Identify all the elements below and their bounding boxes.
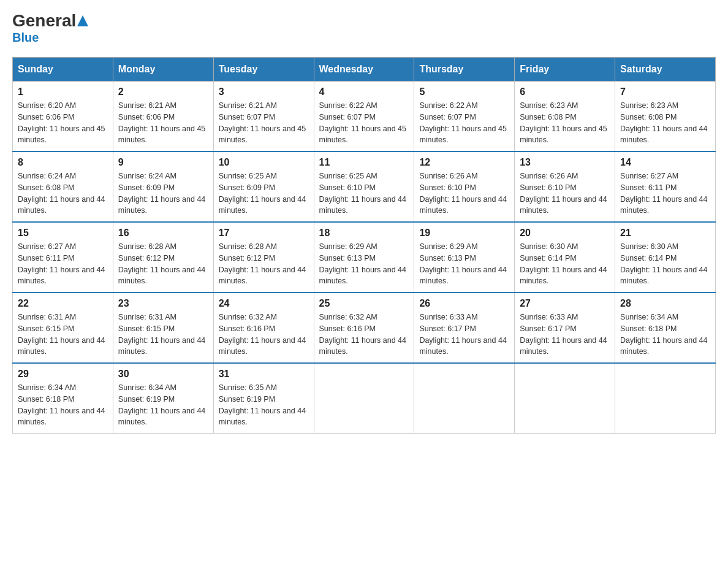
header-sunday: Sunday (13, 58, 113, 82)
calendar-cell: 20 Sunrise: 6:30 AMSunset: 6:14 PMDaylig… (515, 222, 615, 293)
day-info: Sunrise: 6:26 AMSunset: 6:10 PMDaylight:… (520, 170, 610, 216)
day-number: 20 (520, 228, 610, 239)
week-row-1: 8 Sunrise: 6:24 AMSunset: 6:08 PMDayligh… (13, 151, 716, 222)
header-friday: Friday (515, 58, 615, 82)
calendar-cell: 12 Sunrise: 6:26 AMSunset: 6:10 PMDaylig… (414, 151, 515, 222)
day-number: 22 (18, 298, 108, 309)
day-info: Sunrise: 6:34 AMSunset: 6:18 PMDaylight:… (18, 382, 108, 428)
day-number: 4 (319, 86, 409, 98)
day-info: Sunrise: 6:23 AMSunset: 6:08 PMDaylight:… (520, 100, 610, 146)
day-number: 24 (219, 298, 309, 309)
day-info: Sunrise: 6:24 AMSunset: 6:09 PMDaylight:… (118, 170, 208, 216)
calendar-cell: 21 Sunrise: 6:30 AMSunset: 6:14 PMDaylig… (615, 222, 716, 293)
day-info: Sunrise: 6:27 AMSunset: 6:11 PMDaylight:… (620, 170, 710, 216)
calendar-cell: 31 Sunrise: 6:35 AMSunset: 6:19 PMDaylig… (213, 363, 314, 434)
day-number: 9 (118, 157, 208, 168)
calendar-cell: 5 Sunrise: 6:22 AMSunset: 6:07 PMDayligh… (414, 82, 515, 152)
day-info: Sunrise: 6:35 AMSunset: 6:19 PMDaylight:… (219, 382, 309, 428)
day-info: Sunrise: 6:34 AMSunset: 6:19 PMDaylight:… (118, 382, 208, 428)
calendar-cell (314, 363, 414, 434)
day-info: Sunrise: 6:31 AMSunset: 6:15 PMDaylight:… (18, 312, 108, 358)
day-info: Sunrise: 6:34 AMSunset: 6:18 PMDaylight:… (620, 312, 710, 358)
header-monday: Monday (113, 58, 213, 82)
calendar-cell: 14 Sunrise: 6:27 AMSunset: 6:11 PMDaylig… (615, 151, 716, 222)
logo-general-text: General (12, 12, 76, 29)
calendar-cell: 15 Sunrise: 6:27 AMSunset: 6:11 PMDaylig… (13, 222, 113, 293)
day-number: 5 (419, 86, 509, 98)
header-thursday: Thursday (414, 58, 515, 82)
page-header: General Blue (12, 12, 716, 45)
day-info: Sunrise: 6:21 AMSunset: 6:06 PMDaylight:… (118, 100, 208, 146)
day-info: Sunrise: 6:20 AMSunset: 6:06 PMDaylight:… (18, 100, 108, 146)
day-info: Sunrise: 6:30 AMSunset: 6:14 PMDaylight:… (520, 241, 610, 287)
day-info: Sunrise: 6:29 AMSunset: 6:13 PMDaylight:… (419, 241, 509, 287)
day-info: Sunrise: 6:26 AMSunset: 6:10 PMDaylight:… (419, 170, 509, 216)
day-info: Sunrise: 6:25 AMSunset: 6:10 PMDaylight:… (319, 170, 409, 216)
calendar-cell (615, 363, 716, 434)
calendar-table: SundayMondayTuesdayWednesdayThursdayFrid… (12, 57, 716, 434)
day-number: 10 (219, 157, 309, 168)
day-number: 13 (520, 157, 610, 168)
calendar-cell: 1 Sunrise: 6:20 AMSunset: 6:06 PMDayligh… (13, 82, 113, 152)
day-number: 14 (620, 157, 710, 168)
calendar-cell: 27 Sunrise: 6:33 AMSunset: 6:17 PMDaylig… (515, 293, 615, 363)
calendar-cell: 17 Sunrise: 6:28 AMSunset: 6:12 PMDaylig… (213, 222, 314, 293)
calendar-cell (414, 363, 515, 434)
day-info: Sunrise: 6:25 AMSunset: 6:09 PMDaylight:… (219, 170, 309, 216)
day-info: Sunrise: 6:23 AMSunset: 6:08 PMDaylight:… (620, 100, 710, 146)
day-number: 27 (520, 298, 610, 309)
day-number: 23 (118, 298, 208, 309)
calendar-cell: 18 Sunrise: 6:29 AMSunset: 6:13 PMDaylig… (314, 222, 414, 293)
day-info: Sunrise: 6:28 AMSunset: 6:12 PMDaylight:… (219, 241, 309, 287)
logo: General Blue (12, 12, 88, 45)
day-info: Sunrise: 6:32 AMSunset: 6:16 PMDaylight:… (219, 312, 309, 358)
calendar-cell: 8 Sunrise: 6:24 AMSunset: 6:08 PMDayligh… (13, 151, 113, 222)
calendar-cell: 23 Sunrise: 6:31 AMSunset: 6:15 PMDaylig… (113, 293, 213, 363)
day-info: Sunrise: 6:22 AMSunset: 6:07 PMDaylight:… (319, 100, 409, 146)
calendar-cell: 30 Sunrise: 6:34 AMSunset: 6:19 PMDaylig… (113, 363, 213, 434)
calendar-cell: 7 Sunrise: 6:23 AMSunset: 6:08 PMDayligh… (615, 82, 716, 152)
week-row-4: 29 Sunrise: 6:34 AMSunset: 6:18 PMDaylig… (13, 363, 716, 434)
calendar-cell: 26 Sunrise: 6:33 AMSunset: 6:17 PMDaylig… (414, 293, 515, 363)
calendar-cell: 16 Sunrise: 6:28 AMSunset: 6:12 PMDaylig… (113, 222, 213, 293)
day-number: 7 (620, 86, 710, 98)
header-tuesday: Tuesday (213, 58, 314, 82)
day-info: Sunrise: 6:29 AMSunset: 6:13 PMDaylight:… (319, 241, 409, 287)
day-number: 11 (319, 157, 409, 168)
day-info: Sunrise: 6:30 AMSunset: 6:14 PMDaylight:… (620, 241, 710, 287)
day-number: 2 (118, 86, 208, 98)
day-number: 17 (219, 228, 309, 239)
calendar-cell (515, 363, 615, 434)
day-info: Sunrise: 6:32 AMSunset: 6:16 PMDaylight:… (319, 312, 409, 358)
calendar-cell: 2 Sunrise: 6:21 AMSunset: 6:06 PMDayligh… (113, 82, 213, 152)
day-info: Sunrise: 6:24 AMSunset: 6:08 PMDaylight:… (18, 170, 108, 216)
header-saturday: Saturday (615, 58, 716, 82)
header-wednesday: Wednesday (314, 58, 414, 82)
day-info: Sunrise: 6:31 AMSunset: 6:15 PMDaylight:… (118, 312, 208, 358)
logo-blue-text: Blue (12, 31, 88, 45)
day-number: 18 (319, 228, 409, 239)
calendar-cell: 24 Sunrise: 6:32 AMSunset: 6:16 PMDaylig… (213, 293, 314, 363)
day-info: Sunrise: 6:22 AMSunset: 6:07 PMDaylight:… (419, 100, 509, 146)
day-number: 6 (520, 86, 610, 98)
day-number: 25 (319, 298, 409, 309)
day-number: 16 (118, 228, 208, 239)
calendar-cell: 4 Sunrise: 6:22 AMSunset: 6:07 PMDayligh… (314, 82, 414, 152)
calendar-header-row: SundayMondayTuesdayWednesdayThursdayFrid… (13, 58, 716, 82)
week-row-2: 15 Sunrise: 6:27 AMSunset: 6:11 PMDaylig… (13, 222, 716, 293)
calendar-cell: 9 Sunrise: 6:24 AMSunset: 6:09 PMDayligh… (113, 151, 213, 222)
day-info: Sunrise: 6:27 AMSunset: 6:11 PMDaylight:… (18, 241, 108, 287)
calendar-cell: 11 Sunrise: 6:25 AMSunset: 6:10 PMDaylig… (314, 151, 414, 222)
day-info: Sunrise: 6:28 AMSunset: 6:12 PMDaylight:… (118, 241, 208, 287)
calendar-cell: 25 Sunrise: 6:32 AMSunset: 6:16 PMDaylig… (314, 293, 414, 363)
calendar-cell: 13 Sunrise: 6:26 AMSunset: 6:10 PMDaylig… (515, 151, 615, 222)
calendar-cell: 19 Sunrise: 6:29 AMSunset: 6:13 PMDaylig… (414, 222, 515, 293)
day-number: 12 (419, 157, 509, 168)
calendar-cell: 22 Sunrise: 6:31 AMSunset: 6:15 PMDaylig… (13, 293, 113, 363)
calendar-cell: 28 Sunrise: 6:34 AMSunset: 6:18 PMDaylig… (615, 293, 716, 363)
calendar-cell: 3 Sunrise: 6:21 AMSunset: 6:07 PMDayligh… (213, 82, 314, 152)
day-number: 26 (419, 298, 509, 309)
day-number: 21 (620, 228, 710, 239)
calendar-cell: 10 Sunrise: 6:25 AMSunset: 6:09 PMDaylig… (213, 151, 314, 222)
day-number: 31 (219, 369, 309, 380)
